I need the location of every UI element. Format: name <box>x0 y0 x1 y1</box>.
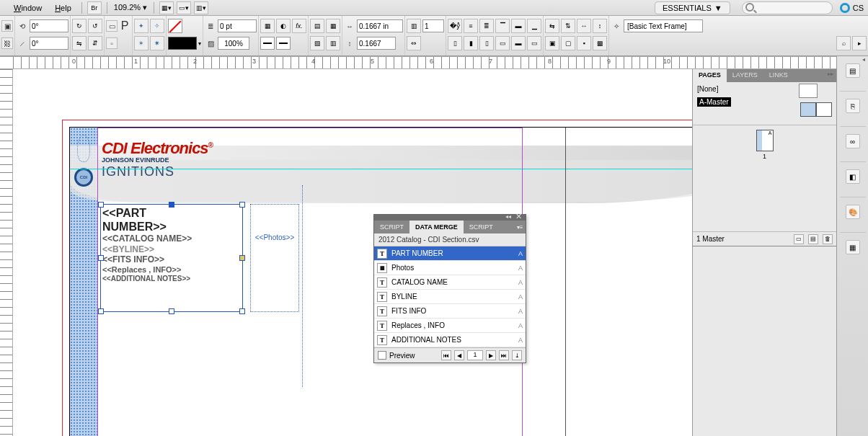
align-r-icon[interactable]: ≣ <box>479 19 494 33</box>
tab-pages[interactable]: PAGES <box>693 69 727 82</box>
field-notes[interactable]: TADDITIONAL NOTESA <box>374 333 526 347</box>
tab-data-merge[interactable]: DATA MERGE <box>409 221 464 233</box>
align-b-icon[interactable]: ▁ <box>527 19 541 33</box>
flip-h-icon[interactable]: ⇋ <box>72 36 87 50</box>
image-frame-photos[interactable]: <<Photos>> <box>250 204 299 312</box>
rotate-ccw-icon[interactable]: ↺ <box>88 19 102 33</box>
new-page-icon[interactable]: ▤ <box>808 234 818 244</box>
gutter-icon[interactable]: ⇔ <box>407 36 421 50</box>
cs-live-icon[interactable]: CS <box>840 3 864 13</box>
text-frame-selected[interactable]: <<PART NUMBER>> <<CATALOG NAME>> <<BYLIN… <box>100 204 243 312</box>
stroke-style-start[interactable] <box>260 37 275 50</box>
columns-field[interactable]: 1 <box>422 19 444 32</box>
match-h-icon[interactable]: ↕ <box>593 19 607 33</box>
select-container-icon[interactable]: ▭ <box>106 20 118 32</box>
search-input[interactable] <box>742 1 833 14</box>
masters-section[interactable]: [None] A-Master <box>693 82 836 125</box>
stroke-swatch[interactable] <box>168 37 197 50</box>
dock-stroke-icon[interactable]: ∞ <box>846 134 860 148</box>
dist-b-icon[interactable]: ▭ <box>527 36 541 50</box>
tint-field[interactable]: 100% <box>218 37 249 50</box>
field-catalog-name[interactable]: TCATALOG NAMEA <box>374 275 526 290</box>
align-l-icon[interactable]: �ẙ <box>448 19 462 33</box>
panel-collapse-arrows-icon[interactable]: ▸▸ <box>828 71 833 77</box>
dock-links-icon[interactable]: ⎘ <box>846 99 860 113</box>
sel-last-icon[interactable]: ✷ <box>150 36 164 50</box>
stroke-weight-field[interactable]: 0 pt <box>218 19 257 32</box>
edit-page-size-icon[interactable]: ▭ <box>794 234 804 244</box>
sel-prev-icon[interactable]: ✦ <box>134 19 149 33</box>
dock-expand-icon[interactable]: ◂ <box>862 56 865 63</box>
bridge-icon[interactable]: Br <box>87 1 102 14</box>
tab-script-2[interactable]: SCRIPT <box>464 221 514 233</box>
fill-none-swatch[interactable] <box>168 19 182 33</box>
screen-mode-icon[interactable]: ▭▾ <box>177 1 191 14</box>
delete-page-icon[interactable]: 🗑 <box>823 234 833 244</box>
collapse-icon[interactable]: ◂◂ <box>505 213 511 220</box>
fill-frame-icon[interactable]: ▩ <box>593 36 607 50</box>
frame-width-field[interactable]: 0.1667 in <box>357 19 403 32</box>
view-options-icon[interactable]: ▦▾ <box>159 1 174 14</box>
stroke-style-end[interactable] <box>276 37 291 50</box>
preview-checkbox[interactable] <box>378 351 386 360</box>
menu-window[interactable]: Window <box>9 4 47 12</box>
textwrap-none-icon[interactable]: ▤ <box>310 19 324 33</box>
match-w-icon[interactable]: ↔ <box>577 19 591 33</box>
fx-drop-icon[interactable]: ▦ <box>260 19 275 33</box>
fit-content-icon[interactable]: ▣ <box>545 36 559 50</box>
last-record-icon[interactable]: ⏭ <box>499 350 509 360</box>
frame-height-field[interactable]: 0.1667 <box>357 37 396 50</box>
tab-links[interactable]: LINKS <box>763 69 794 82</box>
prev-record-icon[interactable]: ◀ <box>454 350 464 360</box>
tab-layers[interactable]: LAYERS <box>727 69 763 82</box>
textwrap-shape-icon[interactable]: ▧ <box>310 36 324 50</box>
fx-icon[interactable]: fx. <box>292 19 306 33</box>
reference-point-icon[interactable]: ▣ <box>1 20 13 32</box>
rotate-cw-icon[interactable]: ↻ <box>72 19 87 33</box>
none-thumb[interactable] <box>799 84 818 98</box>
constrain-icon[interactable]: ⛓ <box>1 37 13 49</box>
panel-drag-bar[interactable]: ◂◂ ✕ <box>374 215 526 221</box>
panel-menu-icon[interactable]: ▾≡ <box>514 221 526 233</box>
record-number-field[interactable]: 1 <box>467 350 483 360</box>
page-1-thumb[interactable]: A <box>756 130 774 151</box>
dist-l-icon[interactable]: ▯ <box>448 36 462 50</box>
fx-opacity-icon[interactable]: ◐ <box>276 19 291 33</box>
arrange-docs-icon[interactable]: ▥▾ <box>194 1 208 14</box>
select-content-icon[interactable]: ▫ <box>106 37 118 49</box>
dist-m-icon[interactable]: ▬ <box>511 36 526 50</box>
object-style-field[interactable]: [Basic Text Frame] <box>624 19 703 32</box>
field-byline[interactable]: TBYLINEA <box>374 290 526 304</box>
textwrap-jump-icon[interactable]: ▥ <box>326 36 340 50</box>
field-photos[interactable]: ▦PhotosA <box>374 261 526 275</box>
master-a-label[interactable]: A-Master <box>697 97 731 107</box>
flip-v-icon[interactable]: ⇵ <box>88 36 102 50</box>
sel-next-icon[interactable]: ✧ <box>150 19 164 33</box>
fit-frame-icon[interactable]: ▢ <box>561 36 575 50</box>
align-m-icon[interactable]: ▬ <box>511 19 526 33</box>
space-h-icon[interactable]: ⇆ <box>545 19 559 33</box>
data-merge-panel[interactable]: ◂◂ ✕ SCRIPT DATA MERGE SCRIPT ▾≡ 2012 Ca… <box>373 214 526 363</box>
field-fits-info[interactable]: TFITS INFOA <box>374 304 526 319</box>
first-record-icon[interactable]: ⏮ <box>441 350 451 360</box>
dist-t-icon[interactable]: ▭ <box>495 36 510 50</box>
create-merged-icon[interactable]: ⤓ <box>512 350 522 360</box>
pages-panel[interactable]: ▸▸ PAGES LAYERS LINKS [None] A-Master A … <box>692 69 836 246</box>
field-part-number[interactable]: TPART NUMBERA <box>374 246 526 261</box>
pages-section[interactable]: A 1 <box>693 125 836 231</box>
dock-cc-icon[interactable]: ▦ <box>846 240 860 254</box>
quick-apply-icon[interactable]: ⌕ <box>836 36 851 50</box>
master-a-thumb[interactable] <box>800 102 832 117</box>
rotation-field[interactable]: 0° <box>30 19 68 32</box>
dock-swatches-icon[interactable]: 🎨 <box>846 205 860 219</box>
workspace-switcher[interactable]: ESSENTIALS ▼ <box>655 1 730 14</box>
dist-c-icon[interactable]: ▮ <box>464 36 478 50</box>
menu-help[interactable]: Help <box>50 4 76 12</box>
columns-icon[interactable]: ▥ <box>407 19 421 33</box>
dock-pages-icon[interactable]: ▤ <box>846 63 860 78</box>
textwrap-bound-icon[interactable]: ▦ <box>326 19 340 33</box>
center-content-icon[interactable]: ▪ <box>577 36 591 50</box>
sel-first-icon[interactable]: ✶ <box>134 36 149 50</box>
close-icon[interactable]: ✕ <box>513 212 523 222</box>
zoom-level[interactable]: 109.2% ▾ <box>112 3 149 12</box>
